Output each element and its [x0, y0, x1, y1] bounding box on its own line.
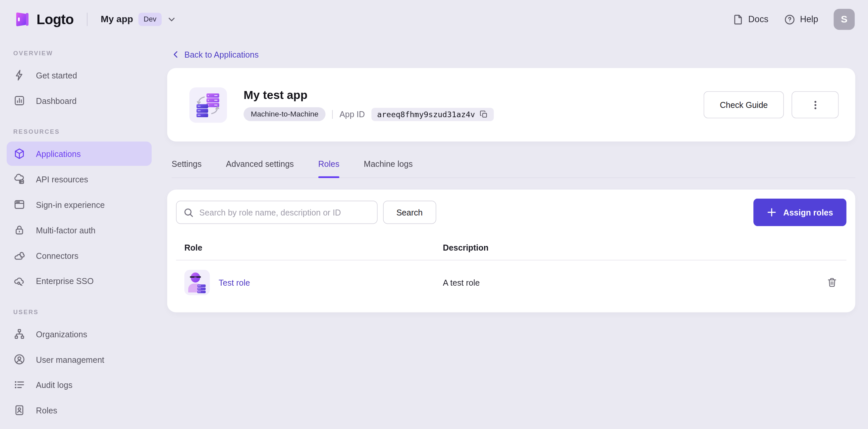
row-actions	[815, 276, 846, 289]
sidebar-section-label: OVERVIEW	[7, 43, 152, 62]
search-box	[176, 201, 377, 224]
delete-role-button[interactable]	[825, 276, 838, 289]
role-name-link[interactable]: Test role	[219, 278, 250, 287]
sidebar-section-label: USERS	[7, 294, 152, 321]
help-label: Help	[800, 14, 818, 24]
roles-panel: Search Assign roles RoleDescription	[167, 190, 856, 312]
logto-logo-icon[interactable]	[13, 10, 32, 29]
dashboard-icon	[13, 95, 26, 107]
table-row: Test roleA test role	[176, 261, 846, 305]
kebab-menu-icon	[810, 99, 820, 110]
audit-logs-icon	[13, 379, 26, 391]
app-meta: My test app Machine-to-Machine App ID ar…	[244, 88, 704, 121]
tab-settings[interactable]: Settings	[172, 159, 202, 177]
sidebar-item-label: Organizations	[36, 329, 88, 339]
document-icon	[732, 13, 744, 25]
user-avatar[interactable]: S	[834, 9, 855, 30]
sidebar-section: OVERVIEWGet startedDashboard	[7, 43, 152, 112]
sidebar-item-dashboard[interactable]: Dashboard	[7, 88, 152, 112]
role-description: A test role	[435, 278, 816, 287]
sidebar-item-label: Roles	[36, 405, 57, 415]
table-header: RoleDescription	[176, 235, 846, 261]
avatar-initial: S	[841, 13, 847, 25]
tab-machine-logs[interactable]: Machine logs	[364, 159, 413, 177]
trash-icon	[827, 277, 838, 288]
sidebar-item-roles[interactable]: Roles	[7, 398, 152, 422]
sidebar-item-organizations[interactable]: Organizations	[7, 322, 152, 346]
machine-to-machine-app-icon	[189, 87, 227, 123]
sidebar-item-sign-in-experience[interactable]: Sign-in experience	[7, 192, 152, 217]
role-avatar	[184, 270, 210, 295]
sidebar-item-get-started[interactable]: Get started	[7, 63, 152, 87]
column-header-description: Description	[435, 243, 816, 252]
sidebar-item-enterprise-sso[interactable]: Enterprise SSO	[7, 269, 152, 293]
roles-toolbar: Search Assign roles	[176, 199, 846, 226]
search-input[interactable]	[199, 207, 370, 217]
app-id-value: areeq8fhmy9szud31az4v	[377, 110, 475, 119]
chevron-left-icon	[172, 50, 180, 59]
back-link-label: Back to Applications	[184, 50, 258, 59]
roles-icon	[13, 404, 26, 417]
sidebar-item-connectors[interactable]: Connectors	[7, 243, 152, 267]
sidebar-item-label: Dashboard	[36, 96, 77, 105]
chevron-down-icon	[167, 15, 176, 24]
topbar-divider	[87, 12, 88, 26]
question-circle-icon	[784, 13, 796, 25]
sidebar-item-label: Get started	[36, 70, 77, 80]
roles-table: RoleDescription Test roleA test role	[176, 235, 846, 304]
toolbar-left: Search	[176, 201, 436, 224]
lightning-icon	[13, 69, 26, 81]
app-title: My test app	[244, 88, 704, 102]
more-actions-button[interactable]	[792, 91, 838, 119]
sidebar-item-user-management[interactable]: User management	[7, 347, 152, 371]
app-actions: Check Guide	[704, 91, 838, 119]
tenant-selector[interactable]: My app Dev	[101, 12, 176, 26]
tenant-name: My app	[101, 14, 133, 25]
sidebar-section: USERSOrganizationsUser managementAudit l…	[7, 294, 152, 422]
topbar-right: Docs Help S	[732, 9, 855, 30]
back-to-applications-link[interactable]: Back to Applications	[172, 50, 259, 59]
app-id-chip: areeq8fhmy9szud31az4v	[371, 107, 494, 121]
sidebar-section: RESOURCESApplicationsAPI resourcesSign-i…	[7, 114, 152, 293]
assign-roles-label: Assign roles	[783, 207, 833, 217]
sidebar-section-label: RESOURCES	[7, 114, 152, 140]
organizations-icon	[13, 328, 26, 340]
help-button[interactable]: Help	[784, 13, 818, 25]
enterprise-sso-icon	[13, 275, 26, 287]
column-header-role: Role	[176, 243, 434, 252]
assign-roles-button[interactable]: Assign roles	[753, 199, 846, 226]
sidebar-item-label: Connectors	[36, 251, 79, 260]
topbar: Logto My app Dev Docs Help	[0, 0, 868, 39]
sidebar-item-applications[interactable]: Applications	[7, 142, 152, 166]
app-id-label: App ID	[340, 109, 365, 119]
tab-roles[interactable]: Roles	[318, 159, 339, 177]
sidebar-item-label: Enterprise SSO	[36, 276, 94, 285]
role-cell: Test role	[176, 270, 434, 295]
sidebar: OVERVIEWGet startedDashboardRESOURCESApp…	[0, 39, 158, 429]
tab-bar: SettingsAdvanced settingsRolesMachine lo…	[172, 159, 856, 178]
app-type-badge: Machine-to-Machine	[244, 107, 326, 121]
lock-icon	[13, 224, 26, 236]
sign-in-icon	[13, 199, 26, 211]
app-window: Logto My app Dev Docs Help	[0, 0, 868, 429]
check-guide-button[interactable]: Check Guide	[704, 91, 784, 119]
api-resources-icon	[13, 173, 26, 185]
cube-icon	[13, 147, 26, 160]
sidebar-item-label: Sign-in experience	[36, 200, 105, 209]
sidebar-item-api-resources[interactable]: API resources	[7, 167, 152, 191]
main-content: Back to Applications	[158, 39, 868, 429]
meta-divider	[332, 110, 333, 119]
sidebar-item-label: API resources	[36, 174, 88, 184]
sidebar-item-label: Multi-factor auth	[36, 225, 96, 235]
copy-icon[interactable]	[479, 110, 488, 119]
sidebar-item-label: Audit logs	[36, 380, 72, 389]
logo-wordmark: Logto	[36, 11, 73, 27]
user-icon	[13, 353, 26, 365]
sidebar-item-multi-factor-auth[interactable]: Multi-factor auth	[7, 218, 152, 242]
sidebar-item-audit-logs[interactable]: Audit logs	[7, 373, 152, 397]
docs-label: Docs	[748, 14, 768, 24]
app-header-card: My test app Machine-to-Machine App ID ar…	[167, 68, 856, 141]
docs-button[interactable]: Docs	[732, 13, 768, 25]
search-button[interactable]: Search	[383, 201, 436, 224]
tab-advanced-settings[interactable]: Advanced settings	[226, 159, 294, 177]
